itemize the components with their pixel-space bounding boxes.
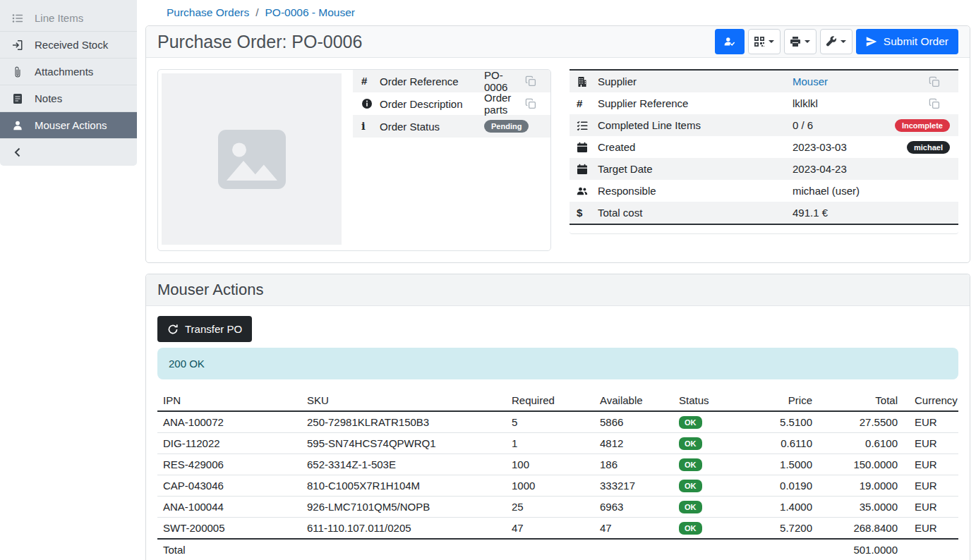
mouser-actions-header: Mouser Actions bbox=[146, 274, 970, 306]
detail-row-right-slot bbox=[929, 76, 950, 87]
detail-label: Supplier bbox=[598, 75, 793, 87]
sidebar-items: Line ItemsReceived StockAttachmentsNotes… bbox=[0, 5, 137, 139]
ok-badge: OK bbox=[679, 522, 702, 535]
detail-value: Order parts bbox=[484, 92, 525, 116]
sidebar-item-label: Received Stock bbox=[35, 39, 108, 51]
cell-price: 0.0190 bbox=[744, 475, 818, 497]
cell-status: OK bbox=[673, 411, 744, 433]
sign-in-icon bbox=[12, 39, 23, 51]
info-plain-icon: i bbox=[361, 121, 380, 132]
breadcrumb: Purchase Orders/PO-0006 - Mouser bbox=[145, 5, 970, 25]
sidebar-item-received-stock[interactable]: Received Stock bbox=[0, 32, 137, 59]
sidebar-item-label: Notes bbox=[35, 92, 62, 104]
copy-icon bbox=[929, 98, 950, 109]
sidebar-item-mouser-actions[interactable]: Mouser Actions bbox=[0, 112, 137, 139]
detail-row-right-slot: Incomplete bbox=[895, 119, 950, 132]
column-header-sku: SKU bbox=[301, 390, 506, 411]
column-header-required: Required bbox=[506, 390, 594, 411]
panel-title: Mouser Actions bbox=[157, 281, 958, 299]
transfer-po-button[interactable]: Transfer PO bbox=[157, 316, 252, 342]
detail-label: Created bbox=[598, 141, 793, 153]
sidebar-item-line-items[interactable]: Line Items bbox=[0, 5, 137, 32]
cell-total: 0.6100 bbox=[818, 433, 903, 454]
submit-order-button[interactable]: Submit Order bbox=[856, 29, 958, 54]
order-actions-menu-button[interactable] bbox=[820, 29, 853, 54]
detail-label: Order Status bbox=[380, 121, 484, 133]
order-summary-card: #Order ReferencePO-0006Order Description… bbox=[157, 69, 551, 251]
sidebar: Line ItemsReceived StockAttachmentsNotes… bbox=[0, 0, 137, 166]
cell-ipn: ANA-100072 bbox=[157, 411, 301, 433]
copy-button[interactable] bbox=[525, 75, 543, 87]
copy-button[interactable] bbox=[929, 76, 950, 87]
detail-value: PO-0006 bbox=[484, 69, 525, 93]
cell-ipn: SWT-200005 bbox=[157, 518, 301, 540]
cell-sku: 810-C1005X7R1H104M bbox=[301, 475, 506, 497]
breadcrumb-link-purchase-orders[interactable]: Purchase Orders bbox=[167, 6, 249, 18]
cell-available: 5866 bbox=[594, 411, 673, 433]
caret-down-icon bbox=[841, 40, 846, 43]
list-check-icon bbox=[577, 120, 598, 131]
footer-total-value: 501.0000 bbox=[818, 539, 903, 560]
ok-badge: OK bbox=[679, 416, 702, 429]
table-row: ANA-100044926-LMC7101QM5/NOPB256963OK1.4… bbox=[157, 497, 958, 518]
chevron-left-icon bbox=[12, 147, 23, 158]
sidebar-item-notes[interactable]: Notes bbox=[0, 85, 137, 112]
cell-available: 333217 bbox=[594, 475, 673, 497]
order-image-placeholder[interactable] bbox=[162, 73, 342, 245]
cell-ipn: RES-429006 bbox=[157, 454, 301, 475]
sidebar-collapse-button[interactable] bbox=[0, 139, 137, 166]
cell-sku: 926-LMC7101QM5/NOPB bbox=[301, 497, 506, 518]
cell-status: OK bbox=[673, 475, 744, 497]
cell-sku: 611-110.107.011/0205 bbox=[301, 518, 506, 540]
detail-value: 0 / 6 bbox=[793, 119, 813, 131]
order-detail-table: #Order ReferencePO-0006Order Description… bbox=[353, 70, 550, 250]
cell-sku: 595-SN74HCS74QPWRQ1 bbox=[301, 433, 506, 454]
sidebar-item-label: Mouser Actions bbox=[35, 119, 107, 131]
table-row: RES-429006652-3314Z-1-503E100186OK1.5000… bbox=[157, 454, 958, 475]
detail-label: Order Description bbox=[380, 98, 484, 110]
michael-badge: michael bbox=[907, 141, 950, 154]
detail-label: Target Date bbox=[598, 163, 793, 175]
dollar-icon: $ bbox=[577, 207, 598, 219]
cell-currency: EUR bbox=[903, 454, 958, 475]
detail-row-right-slot bbox=[525, 75, 543, 87]
table-body: ANA-100072250-72981KLRATR150B355866OK5.5… bbox=[157, 411, 958, 539]
caret-down-icon bbox=[769, 40, 774, 43]
calendar-icon bbox=[577, 142, 598, 153]
ok-badge: OK bbox=[679, 437, 702, 450]
cell-currency: EUR bbox=[903, 518, 958, 540]
send-icon bbox=[866, 36, 877, 47]
table-foot: Total 501.0000 bbox=[157, 539, 958, 560]
detail-label: Total cost bbox=[598, 207, 793, 219]
printer-icon bbox=[790, 36, 801, 47]
cell-status: OK bbox=[673, 454, 744, 475]
column-header-currency: Currency bbox=[903, 390, 958, 411]
cell-available: 47 bbox=[594, 518, 673, 540]
column-header-price: Price bbox=[744, 390, 818, 411]
copy-button[interactable] bbox=[929, 98, 950, 109]
assign-user-button[interactable] bbox=[715, 29, 745, 54]
sidebar-item-label: Attachments bbox=[35, 66, 93, 78]
copy-button[interactable] bbox=[525, 98, 543, 109]
barcode-menu-button[interactable] bbox=[748, 29, 781, 54]
users-icon bbox=[577, 185, 598, 197]
footer-total-label: Total bbox=[157, 539, 818, 560]
print-menu-button[interactable] bbox=[784, 29, 817, 54]
cell-ipn: CAP-043046 bbox=[157, 475, 301, 497]
purchase-order-card: Purchase Order: PO-0006 Submit Order bbox=[145, 25, 970, 263]
building-icon bbox=[577, 76, 598, 87]
person-check-icon bbox=[724, 36, 735, 47]
cell-price: 1.4000 bbox=[744, 497, 818, 518]
cell-price: 5.5100 bbox=[744, 411, 818, 433]
mouser-actions-body: Transfer PO 200 OK IPNSKURequiredAvailab… bbox=[146, 306, 970, 560]
sidebar-item-attachments[interactable]: Attachments bbox=[0, 59, 137, 85]
column-header-status: Status bbox=[673, 390, 744, 411]
breadcrumb-link-po-0006-mouser[interactable]: PO-0006 - Mouser bbox=[265, 6, 355, 18]
detail-value-link[interactable]: Mouser bbox=[793, 75, 828, 87]
column-header-available: Available bbox=[594, 390, 673, 411]
detail-row-order-reference: #Order ReferencePO-0006 bbox=[353, 70, 550, 92]
cell-currency: EUR bbox=[903, 497, 958, 518]
cell-total: 19.0000 bbox=[818, 475, 903, 497]
cell-available: 4812 bbox=[594, 433, 673, 454]
detail-value: lklklkl bbox=[793, 97, 818, 109]
